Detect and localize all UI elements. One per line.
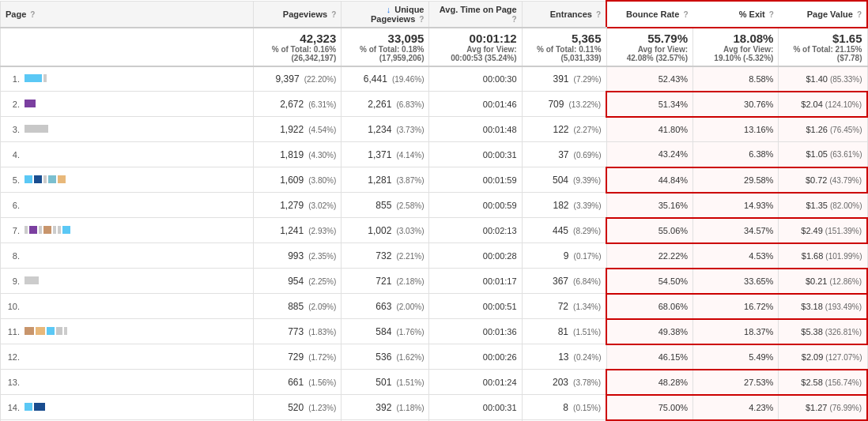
unique-cell: 6,441 (19.46%) bbox=[342, 66, 429, 92]
total-pageviews: 42,323 % of Total: 0.16% (26,342,197) bbox=[254, 28, 342, 66]
exit-cell: 16.72% bbox=[693, 294, 779, 319]
unique-cell: 732 (2.21%) bbox=[342, 243, 429, 269]
page-cell-9: 9. bbox=[1, 269, 254, 294]
exit-cell: 4.23% bbox=[693, 395, 779, 420]
table-row: 4.1,819 (4.30%)1,371 (4.14%)00:00:3137 (… bbox=[1, 142, 868, 167]
color-bar bbox=[48, 175, 56, 183]
exit-help-icon[interactable]: ? bbox=[769, 10, 774, 19]
pageviews-cell: 1,279 (3.02%) bbox=[254, 193, 342, 218]
pageviews-cell: 661 (1.56%) bbox=[254, 370, 342, 395]
color-bars bbox=[25, 327, 67, 335]
color-bar bbox=[25, 175, 32, 183]
pagevalue-cell: $0.21(12.86%) bbox=[779, 269, 867, 294]
sort-arrow-icon: ↓ bbox=[387, 5, 391, 14]
exit-cell: 6.38% bbox=[693, 142, 779, 167]
bounce-cell: 55.06% bbox=[606, 218, 693, 243]
color-bar bbox=[25, 403, 32, 411]
table-row: 2.2,672 (6.31%)2,261 (6.83%)00:01:46709 … bbox=[1, 92, 868, 117]
color-bar bbox=[25, 226, 28, 234]
unique-help-icon[interactable]: ? bbox=[419, 15, 424, 24]
page-help-icon[interactable]: ? bbox=[30, 10, 35, 19]
row-number: 13. bbox=[6, 378, 20, 387]
time-cell: 00:00:30 bbox=[429, 66, 522, 92]
pageviews-cell: 954 (2.25%) bbox=[254, 269, 342, 294]
time-cell: 00:01:48 bbox=[429, 117, 522, 142]
pageviews-cell: 1,922 (4.54%) bbox=[254, 117, 342, 142]
time-cell: 00:01:46 bbox=[429, 92, 522, 117]
entrances-cell: 367 (6.84%) bbox=[522, 269, 606, 294]
bounce-help-icon[interactable]: ? bbox=[683, 10, 688, 19]
entrances-cell: 81 (1.51%) bbox=[522, 319, 606, 344]
color-bar bbox=[36, 327, 45, 335]
unique-cell: 855 (2.58%) bbox=[342, 193, 429, 218]
table-row: 13.661 (1.56%)501 (1.51%)00:01:24203 (3.… bbox=[1, 370, 868, 395]
bounce-cell: 41.80% bbox=[606, 117, 693, 142]
pageviews-cell: 993 (2.35%) bbox=[254, 243, 342, 269]
pagevalue-cell: $1.35(82.00%) bbox=[779, 193, 867, 218]
total-unique: 33,095 % of Total: 0.18% (17,959,206) bbox=[342, 28, 429, 66]
bounce-cell: 43.24% bbox=[606, 142, 693, 167]
color-bar bbox=[34, 403, 45, 411]
row-number: 10. bbox=[6, 302, 20, 311]
color-bars bbox=[25, 74, 47, 82]
time-cell: 00:01:24 bbox=[429, 370, 522, 395]
unique-cell: 721 (2.18%) bbox=[342, 269, 429, 294]
total-exit: 18.08% Avg for View: 19.10% (-5.32%) bbox=[693, 28, 779, 66]
page-cell-8: 8. bbox=[1, 243, 254, 269]
unique-cell: 663 (2.00%) bbox=[342, 294, 429, 319]
column-headers: Page ? Pageviews ? ↓ Unique Pageviews ? … bbox=[1, 1, 868, 28]
table-row: 8.993 (2.35%)732 (2.21%)00:00:289 (0.17%… bbox=[1, 243, 868, 269]
entrances-column-header: Entrances ? bbox=[522, 1, 606, 28]
table-row: 6.1,279 (3.02%)855 (2.58%)00:00:59182 (3… bbox=[1, 193, 868, 218]
pagevalue-cell: $2.49(151.39%) bbox=[779, 218, 867, 243]
unique-cell: 1,002 (3.03%) bbox=[342, 218, 429, 243]
time-column-header: Avg. Time on Page ? bbox=[429, 1, 522, 28]
unique-cell: 2,261 (6.83%) bbox=[342, 92, 429, 117]
pagevalue-cell: $1.26(76.45%) bbox=[779, 117, 867, 142]
page-cell-13: 13. bbox=[1, 370, 254, 395]
row-number: 3. bbox=[6, 125, 20, 134]
pageviews-cell: 1,819 (4.30%) bbox=[254, 142, 342, 167]
pagevalue-cell: $1.05(63.61%) bbox=[779, 142, 867, 167]
exit-cell: 14.93% bbox=[693, 193, 779, 218]
bounce-cell: 48.28% bbox=[606, 370, 693, 395]
pageviews-cell: 2,672 (6.31%) bbox=[254, 92, 342, 117]
exit-cell: 34.57% bbox=[693, 218, 779, 243]
entrances-cell: 72 (1.34%) bbox=[522, 294, 606, 319]
color-bars bbox=[25, 403, 45, 411]
exit-cell: 5.49% bbox=[693, 344, 779, 370]
bounce-column-header: Bounce Rate ? bbox=[606, 1, 693, 28]
bounce-cell: 35.16% bbox=[606, 193, 693, 218]
page-cell-5: 5. bbox=[1, 167, 254, 193]
exit-cell: 29.58% bbox=[693, 167, 779, 193]
pageviews-cell: 1,241 (2.93%) bbox=[254, 218, 342, 243]
unique-cell: 1,281 (3.87%) bbox=[342, 167, 429, 193]
color-bar bbox=[43, 226, 51, 234]
entrances-help-icon[interactable]: ? bbox=[596, 10, 601, 19]
row-number: 5. bbox=[6, 175, 20, 185]
pageviews-cell: 773 (1.83%) bbox=[254, 319, 342, 344]
row-number: 7. bbox=[6, 226, 20, 235]
row-number: 4. bbox=[6, 150, 20, 160]
pagevalue-cell: $2.04(124.10%) bbox=[779, 92, 867, 117]
page-cell-1: 1. bbox=[1, 66, 254, 92]
total-entrances: 5,365 % of Total: 0.11% (5,031,339) bbox=[522, 28, 606, 66]
table-row: 7.1,241 (2.93%)1,002 (3.03%)00:02:13445 … bbox=[1, 218, 868, 243]
color-bar bbox=[39, 226, 42, 234]
pagevalue-cell: $2.58(156.74%) bbox=[779, 370, 867, 395]
row-number: 9. bbox=[6, 276, 20, 286]
page-cell-11: 11. bbox=[1, 319, 254, 344]
table-row: 9.954 (2.25%)721 (2.18%)00:01:17367 (6.8… bbox=[1, 269, 868, 294]
unique-cell: 501 (1.51%) bbox=[342, 370, 429, 395]
total-page-cell bbox=[1, 28, 254, 66]
pageviews-help-icon[interactable]: ? bbox=[331, 10, 336, 19]
color-bar bbox=[43, 175, 47, 183]
time-help-icon[interactable]: ? bbox=[511, 15, 516, 24]
entrances-cell: 8 (0.15%) bbox=[522, 395, 606, 420]
analytics-table: Page ? Pageviews ? ↓ Unique Pageviews ? … bbox=[0, 0, 868, 421]
unique-cell: 1,371 (4.14%) bbox=[342, 142, 429, 167]
time-cell: 00:00:26 bbox=[429, 344, 522, 370]
pagevalue-help-icon[interactable]: ? bbox=[857, 10, 862, 19]
page-cell-7: 7. bbox=[1, 218, 254, 243]
page-cell-14: 14. bbox=[1, 395, 254, 420]
